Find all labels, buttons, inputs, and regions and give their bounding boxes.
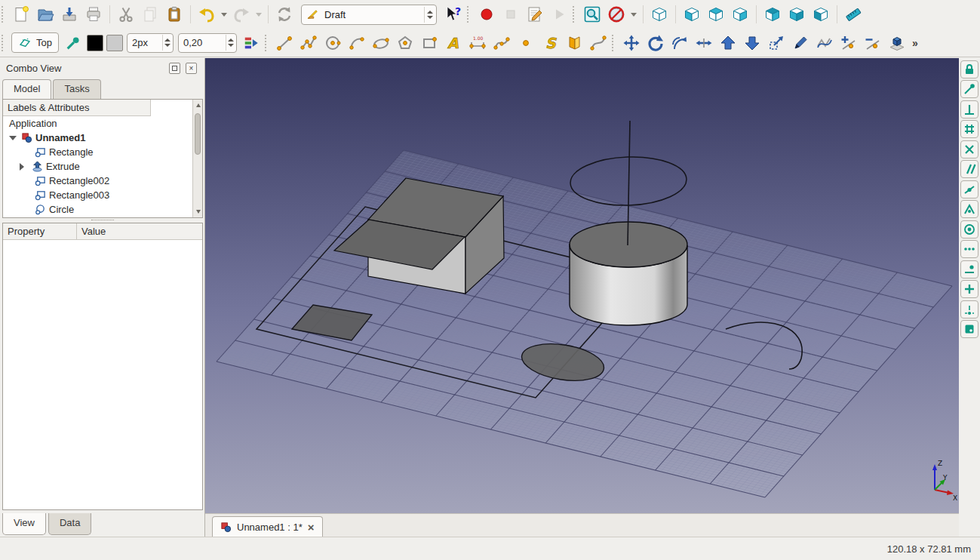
tree-item-document[interactable]: Unnamed1 (3, 131, 192, 145)
draft-scale-button[interactable] (764, 31, 788, 55)
whats-this-button[interactable]: ? (441, 2, 465, 26)
snap-dimensions-button[interactable] (960, 300, 978, 318)
draft-bspline-button[interactable] (490, 31, 514, 55)
draft-upgrade-button[interactable] (716, 31, 740, 55)
view-left-button[interactable] (809, 2, 833, 26)
tree-item-extrude[interactable]: Extrude (3, 159, 192, 174)
save-button[interactable] (57, 2, 81, 26)
toolbar-handle[interactable] (2, 35, 6, 51)
draft-wire-to-bspline-button[interactable] (813, 31, 837, 55)
open-file-button[interactable] (33, 2, 57, 26)
toolbar-overflow-button[interactable]: » (912, 37, 918, 49)
tree-root-application[interactable]: Application (3, 116, 192, 131)
column-value[interactable]: Value (77, 223, 106, 239)
draft-delpoint-button[interactable] (861, 31, 885, 55)
snap-grid-button[interactable] (960, 120, 978, 138)
working-plane-button[interactable]: Top (11, 32, 59, 53)
draft-edit-button[interactable] (788, 31, 813, 55)
draft-trimex-button[interactable] (692, 31, 716, 55)
tab-view[interactable]: View (2, 513, 46, 535)
panel-close-button[interactable]: × (186, 63, 197, 74)
snap-angle-button[interactable] (960, 200, 978, 218)
undo-button[interactable] (195, 2, 219, 26)
toolbar-handle[interactable] (612, 35, 616, 51)
snap-near-button[interactable] (960, 260, 978, 278)
tree-item-circle[interactable]: Circle (3, 202, 192, 217)
document-tab-close-button[interactable]: × (308, 521, 315, 534)
draft-ellipse-button[interactable] (369, 31, 393, 55)
view-right-button[interactable] (728, 2, 752, 26)
snap-center-button[interactable] (960, 220, 978, 238)
draw-style-dropdown-caret[interactable] (631, 13, 637, 17)
tree-item-rectangle002[interactable]: Rectangle002 (3, 174, 192, 188)
toolbar-handle[interactable] (2, 6, 6, 23)
draft-wire-button[interactable] (296, 31, 321, 55)
tree-item-rectangle[interactable]: Rectangle (3, 145, 192, 159)
draft-rectangle-button[interactable] (417, 31, 441, 55)
tree-header[interactable]: Labels & Attributes (3, 100, 151, 116)
draft-shapestring-button[interactable]: S (538, 31, 562, 55)
snap-intersection-button[interactable] (960, 140, 978, 158)
measure-distance-button[interactable] (841, 2, 865, 26)
view-axonometric-button[interactable] (647, 2, 671, 26)
snap-endpoint-button[interactable] (960, 80, 978, 98)
panel-float-button[interactable] (169, 63, 180, 74)
snap-lock-button[interactable] (960, 60, 978, 78)
draft-circle-button[interactable] (321, 31, 345, 55)
view-rear-button[interactable] (760, 2, 785, 26)
draw-style-button[interactable] (604, 2, 628, 26)
toolbar-handle[interactable] (265, 35, 269, 51)
tab-tasks[interactable]: Tasks (53, 79, 100, 99)
draft-shape2dview-button[interactable] (885, 31, 909, 55)
macro-play-button[interactable] (547, 2, 571, 26)
macro-record-button[interactable] (475, 2, 499, 26)
expander-closed-icon[interactable] (20, 163, 27, 171)
scale-arrows[interactable] (226, 35, 236, 51)
draft-downgrade-button[interactable] (740, 31, 764, 55)
snap-midpoint-button[interactable] (960, 180, 978, 198)
column-property[interactable]: Property (3, 223, 77, 239)
scale-spinbox[interactable]: 0,20 (178, 33, 237, 53)
draft-arc-button[interactable] (345, 31, 369, 55)
expander-open-icon[interactable] (9, 136, 17, 140)
toolbar-handle[interactable] (467, 6, 472, 23)
draft-bezier-button[interactable] (586, 31, 610, 55)
print-button[interactable] (81, 2, 106, 26)
property-table-body[interactable] (3, 240, 202, 509)
tree-scrollbar[interactable] (192, 100, 202, 217)
view-bottom-button[interactable] (785, 2, 809, 26)
draft-rotate-button[interactable] (644, 31, 668, 55)
copy-button[interactable] (138, 2, 162, 26)
document-tab[interactable]: Unnamed1 : 1* × (212, 516, 323, 537)
tab-data[interactable]: Data (48, 513, 91, 535)
draft-offset-button[interactable] (668, 31, 692, 55)
undo-dropdown-caret[interactable] (221, 13, 227, 17)
toolbar-handle[interactable] (573, 6, 577, 23)
line-color-swatch[interactable] (87, 35, 103, 51)
tab-model[interactable]: Model (2, 79, 51, 99)
workbench-selector-arrows[interactable] (424, 7, 435, 23)
draft-facebinder-button[interactable] (562, 31, 586, 55)
draft-addpoint-button[interactable] (837, 31, 861, 55)
view-front-button[interactable] (680, 2, 704, 26)
draft-dimension-button[interactable]: 1.00 (465, 31, 490, 55)
snap-parallel-button[interactable] (960, 160, 978, 178)
apply-style-button[interactable] (239, 31, 263, 55)
cut-button[interactable] (114, 2, 138, 26)
draft-move-button[interactable] (619, 31, 644, 55)
new-file-button[interactable] (9, 2, 33, 26)
tree-scrollbar-thumb[interactable] (195, 113, 201, 155)
snap-extension-button[interactable] (960, 280, 978, 298)
tree-item-rectangle003[interactable]: Rectangle003 (3, 188, 192, 202)
workbench-selector[interactable]: Draft (301, 5, 437, 25)
redo-button[interactable] (229, 2, 253, 26)
redo-dropdown-caret[interactable] (256, 13, 262, 17)
snap-special-button[interactable] (960, 240, 978, 258)
snap-perpendicular-button[interactable] (960, 100, 978, 118)
draft-point-button[interactable] (514, 31, 538, 55)
refresh-button[interactable] (272, 2, 296, 26)
paste-button[interactable] (162, 2, 186, 26)
view-top-button[interactable] (704, 2, 728, 26)
macro-stop-button[interactable] (499, 2, 523, 26)
face-color-swatch[interactable] (106, 35, 123, 51)
